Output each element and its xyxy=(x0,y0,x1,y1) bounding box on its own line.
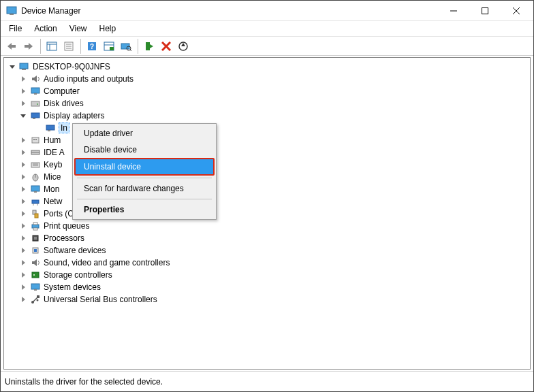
svg-rect-44 xyxy=(33,118,35,119)
svg-marker-61 xyxy=(22,186,25,192)
spacer xyxy=(34,124,42,132)
menu-action[interactable]: Action xyxy=(29,22,62,35)
svg-rect-40 xyxy=(31,101,40,106)
chevron-right-icon[interactable] xyxy=(19,259,27,267)
svg-rect-74 xyxy=(33,228,37,230)
chevron-right-icon[interactable] xyxy=(19,99,27,108)
svg-rect-33 xyxy=(22,69,26,70)
svg-marker-35 xyxy=(32,76,37,82)
keyboard-icon xyxy=(30,159,41,170)
svg-line-24 xyxy=(130,50,131,51)
tree-item-storage[interactable]: Storage controllers xyxy=(4,269,530,281)
svg-marker-47 xyxy=(22,137,25,143)
tree-item-softwaredevices[interactable]: Software devices xyxy=(4,244,530,257)
enable-device-button[interactable] xyxy=(141,38,157,54)
svg-rect-88 xyxy=(34,289,37,291)
update-driver-button[interactable] xyxy=(175,38,191,54)
toolbar-separator xyxy=(138,39,138,54)
ctx-scan-hardware[interactable]: Scan for hardware changes xyxy=(74,180,215,197)
svg-marker-82 xyxy=(32,259,37,266)
svg-marker-78 xyxy=(22,248,25,253)
chevron-right-icon[interactable] xyxy=(19,173,27,181)
tree-label: Sound, video and game controllers xyxy=(44,258,170,267)
printer-icon xyxy=(30,220,41,231)
svg-rect-43 xyxy=(31,113,40,118)
svg-marker-31 xyxy=(10,65,15,69)
app-icon xyxy=(6,5,17,16)
ctx-properties[interactable]: Properties xyxy=(74,201,215,218)
chevron-right-icon[interactable] xyxy=(19,222,27,230)
chevron-right-icon[interactable] xyxy=(19,185,27,193)
minimize-button[interactable] xyxy=(438,1,469,20)
sound-icon xyxy=(30,257,41,268)
ctx-uninstall-device[interactable]: Uninstall device xyxy=(74,158,215,176)
ctx-update-driver[interactable]: Update driver xyxy=(74,125,215,142)
tree-label: System devices xyxy=(44,282,101,292)
tree-label: Audio inputs and outputs xyxy=(44,74,134,84)
tree-item-processors[interactable]: Processors xyxy=(4,232,530,244)
menu-file[interactable]: File xyxy=(3,22,27,35)
system-device-icon xyxy=(30,282,41,293)
display-adapter-icon xyxy=(30,110,41,121)
svg-marker-64 xyxy=(22,199,25,204)
properties-button[interactable] xyxy=(61,38,77,54)
tree-item-printqueues[interactable]: Print queues xyxy=(4,220,530,232)
action-toolbar-button[interactable] xyxy=(101,38,117,54)
menu-help[interactable]: Help xyxy=(94,22,122,35)
port-icon xyxy=(30,208,41,219)
svg-marker-30 xyxy=(181,43,185,46)
svg-point-41 xyxy=(37,103,38,105)
svg-rect-87 xyxy=(31,284,40,289)
disk-icon xyxy=(30,98,41,109)
tree-label: In xyxy=(59,122,69,133)
ide-icon xyxy=(30,147,41,158)
chevron-right-icon[interactable] xyxy=(19,246,27,255)
show-hidden-button[interactable] xyxy=(44,38,60,54)
tree-item-disk[interactable]: Disk drives xyxy=(4,97,530,110)
chevron-right-icon[interactable] xyxy=(19,197,27,206)
tree-item-sound[interactable]: Sound, video and game controllers xyxy=(4,257,530,269)
tree-item-usb[interactable]: Universal Serial Bus controllers xyxy=(4,293,530,306)
tree-label: Processors xyxy=(44,233,84,243)
chevron-right-icon[interactable] xyxy=(19,283,27,291)
back-button[interactable] xyxy=(3,38,20,54)
cpu-icon xyxy=(30,233,41,244)
chevron-right-icon[interactable] xyxy=(19,210,27,218)
ctx-separator xyxy=(77,178,212,178)
uninstall-device-button[interactable] xyxy=(158,38,174,54)
chevron-right-icon[interactable] xyxy=(19,136,27,144)
forward-button[interactable] xyxy=(20,38,37,54)
svg-point-85 xyxy=(33,274,35,276)
svg-rect-25 xyxy=(146,42,150,50)
scan-hardware-button[interactable] xyxy=(118,38,134,54)
chevron-right-icon[interactable] xyxy=(19,271,27,279)
tree-item-system[interactable]: System devices xyxy=(4,281,530,293)
tree-item-computer[interactable]: Computer xyxy=(4,85,530,97)
close-button[interactable] xyxy=(501,1,532,20)
chevron-right-icon[interactable] xyxy=(19,161,27,169)
svg-rect-32 xyxy=(20,63,28,69)
chevron-right-icon[interactable] xyxy=(19,295,27,304)
tree-label: Mon xyxy=(44,184,59,194)
chevron-right-icon[interactable] xyxy=(19,148,27,157)
tree-root[interactable]: DESKTOP-9Q0JNFS xyxy=(4,61,530,73)
tree-label: Computer xyxy=(44,86,80,96)
chevron-down-icon[interactable] xyxy=(8,63,16,71)
monitor-icon xyxy=(30,86,41,97)
menu-view[interactable]: View xyxy=(64,22,93,35)
chevron-right-icon[interactable] xyxy=(19,75,27,83)
tree-item-display[interactable]: Display adapters xyxy=(4,110,530,122)
ctx-disable-device[interactable]: Disable device xyxy=(74,142,215,158)
svg-marker-6 xyxy=(7,43,12,50)
tree-item-audio[interactable]: Audio inputs and outputs xyxy=(4,73,530,85)
chevron-right-icon[interactable] xyxy=(19,234,27,242)
svg-marker-83 xyxy=(22,272,25,278)
maximize-button[interactable] xyxy=(469,1,501,20)
chevron-right-icon[interactable] xyxy=(19,87,27,95)
svg-marker-34 xyxy=(22,76,25,82)
statusbar-text: Uninstalls the driver for the selected d… xyxy=(5,377,163,387)
tree-label: Hum xyxy=(44,135,61,145)
chevron-down-icon[interactable] xyxy=(19,112,27,120)
svg-text:?: ? xyxy=(90,43,94,50)
help-button[interactable]: ? xyxy=(84,38,100,54)
